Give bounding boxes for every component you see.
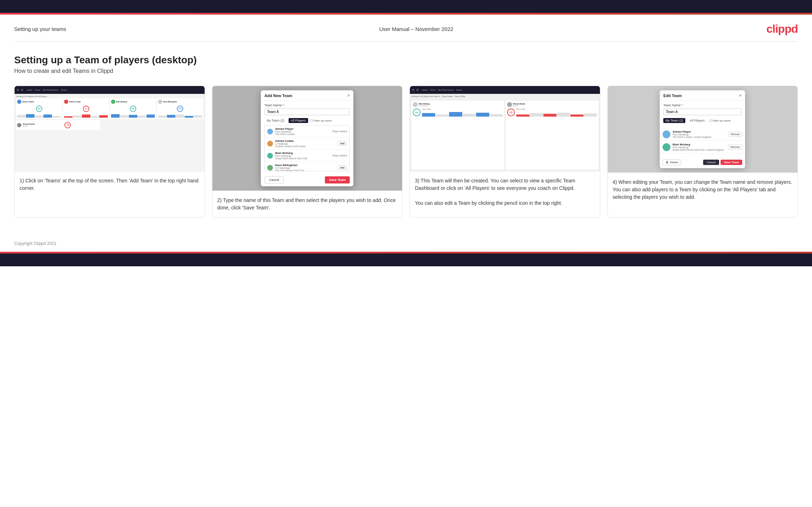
bar [530, 113, 543, 117]
bar [35, 116, 43, 118]
bar [422, 113, 435, 117]
score-circle: 84 [36, 106, 42, 112]
team-name-label: Team Name * [663, 103, 742, 107]
avatar [17, 100, 21, 104]
player-name: Adrian Player [673, 130, 726, 133]
bar [436, 114, 449, 117]
player-name: Blair McHarg [673, 143, 726, 146]
header-center: User Manual – November 2022 [379, 26, 453, 32]
player-info: Dave Billingham 1.5 HandicapThe Gog Mago… [275, 164, 336, 171]
dialog-tabs: My Team (2) All Players ☐ Filter by name [264, 118, 350, 123]
filter-by-name[interactable]: ☐ Filter by name [310, 119, 332, 122]
score: 94 [413, 108, 421, 116]
player-info: Adrian Player Plus HandicapThe Shire Lon… [275, 127, 330, 135]
page-subtitle: How to create and edit Teams in Clippd [14, 68, 798, 74]
dialog-body: Team Name * My Team (2) All Players ☐ Fi… [261, 101, 353, 174]
save-team-button[interactable]: Save Team [721, 160, 742, 165]
avatar [413, 102, 418, 107]
player-info: Adrian Coliba 1 HandicapCentral London G… [275, 139, 336, 148]
edit-dialog-title: Edit Team [663, 94, 682, 98]
all-players-tab[interactable]: All Players [289, 118, 308, 123]
team-name-input[interactable] [663, 108, 742, 115]
cards-row: clippd Home My Performance Teams Showing… [14, 86, 798, 218]
card-1-text: 1) Click on 'Teams' at the top of the sc… [15, 171, 205, 217]
bar [176, 114, 184, 117]
score: 72 [507, 108, 515, 116]
player-info: Blair McHarg Plus HandicapRoyal North De… [275, 151, 330, 160]
add-player-button[interactable]: Add [338, 165, 347, 170]
edit-player-row-2: Blair McHarg Plus Handicap Royal North D… [660, 141, 745, 154]
my-team-tab[interactable]: My Team (2) [264, 118, 286, 123]
bottom-bar [0, 253, 812, 266]
player-detail: Plus Handicap [673, 146, 726, 149]
bar [138, 116, 146, 117]
dialog-header: Add New Team × [261, 90, 353, 101]
bar [111, 114, 120, 118]
player-info: Adrian Player Plus Handicap The Shire Lo… [673, 130, 726, 138]
bar [463, 114, 476, 117]
card-4: Edit Team × Team Name * My Team (2) All … [607, 86, 798, 218]
close-icon[interactable]: × [347, 93, 350, 98]
card-2: Add New Team × Team Name * My Team (2) A… [212, 86, 403, 218]
score-circle: 0 [83, 106, 89, 112]
dash-player-1: Blair McHarg Plus Handicap 94 Player Qua… [411, 101, 504, 170]
top-bar [0, 0, 812, 13]
bar [167, 115, 175, 117]
bar [120, 115, 128, 118]
score-circle: 72 [64, 122, 71, 128]
player-club: Plus HandicapRoyal North Devon Golf Club [275, 155, 330, 160]
player-avatar [267, 129, 273, 134]
player-club: Plus HandicapThe Shire London [275, 130, 330, 135]
avatar [64, 100, 68, 104]
remove-player-button[interactable]: Remove [728, 145, 742, 149]
player-club: 1 HandicapCentral London Golf Centre [275, 143, 336, 148]
trash-icon: 🗑 [666, 161, 669, 164]
team-name-input[interactable] [264, 108, 350, 115]
my-team-tab[interactable]: My Team (2) [663, 118, 685, 123]
player-avatar [267, 141, 273, 146]
screenshot-2: Add New Team × Team Name * My Team (2) A… [212, 86, 402, 191]
bar [17, 115, 26, 117]
mock-nav-3: clippd Home My Performance Teams [410, 86, 600, 94]
edit-dialog-header: Edit Team × [660, 90, 745, 101]
bar [476, 113, 489, 117]
player-row: Dave Billingham 1.5 HandicapThe Gog Mago… [265, 162, 349, 171]
edit-dialog-body: Team Name * My Team (2) All Players ☐ Fi… [660, 101, 745, 128]
footer: Copyright Clippd 2021 [0, 235, 812, 252]
player-name: Blair McHarg [275, 151, 330, 155]
player-avatar [663, 143, 670, 151]
player-name: Adrian Coliba [69, 101, 81, 103]
mock-nav-text: clippd Home My Performance Teams [422, 89, 462, 91]
bar [64, 116, 73, 118]
score-circle: 94 [130, 106, 136, 112]
avatar [158, 100, 162, 104]
player-avatar [663, 130, 670, 138]
add-player-button[interactable]: Add [338, 141, 347, 146]
avatar [111, 100, 115, 104]
cancel-button[interactable]: Cancel [264, 176, 284, 183]
edit-team-dialog: Edit Team × Team Name * My Team (2) All … [660, 90, 745, 168]
delete-team-button[interactable]: 🗑 Delete [663, 159, 681, 165]
copyright-text: Copyright Clippd 2021 [14, 241, 57, 246]
filter-by-name[interactable]: ☐ Filter by name [709, 119, 731, 122]
bar [570, 114, 584, 117]
card-3-text: 3) This Team will then be created. You c… [410, 171, 600, 217]
card-4-text: 4) When editing your Team, you can chang… [608, 173, 798, 217]
cancel-button[interactable]: Cancel [703, 160, 719, 165]
close-icon[interactable]: × [739, 93, 742, 98]
nav-dot [17, 89, 19, 91]
player-added-label: Player Added [332, 154, 347, 157]
bar [516, 114, 529, 117]
main-content: Setting up a Team of players (desktop) H… [0, 42, 812, 235]
header: Setting up your teams User Manual – Nove… [0, 15, 812, 41]
bar [584, 113, 597, 117]
nav-dot [412, 89, 414, 91]
mock-nav-1: clippd Home My Performance Teams [15, 86, 205, 94]
player-name: Adrian Coliba [275, 139, 336, 143]
logo: clippd [766, 22, 798, 36]
save-team-button[interactable]: Save Team [325, 176, 350, 183]
bar [543, 114, 557, 117]
remove-player-button[interactable]: Remove [728, 132, 742, 137]
mock-body-1: Showing 4 of 4 players from All Players … [15, 94, 205, 171]
all-players-tab[interactable]: All Players [687, 118, 707, 123]
